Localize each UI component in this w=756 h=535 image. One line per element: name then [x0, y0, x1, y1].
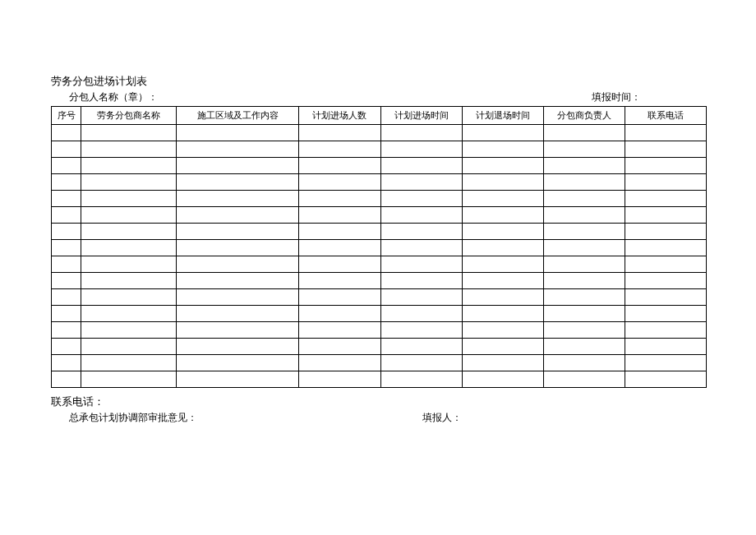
- table-cell: [176, 322, 299, 339]
- table-cell: [176, 289, 299, 306]
- table-cell: [299, 289, 380, 306]
- table-cell: [81, 240, 176, 256]
- table-cell: [299, 355, 380, 371]
- col-header-count: 计划进场人数: [299, 107, 380, 125]
- table-cell: [52, 273, 81, 289]
- table-cell: [462, 273, 543, 289]
- col-header-name: 劳务分包商名称: [81, 107, 176, 125]
- table-cell: [52, 207, 81, 224]
- table-cell: [625, 355, 706, 371]
- table-cell: [380, 191, 462, 207]
- table-cell: [543, 141, 625, 158]
- table-cell: [176, 158, 299, 174]
- table-cell: [299, 371, 380, 388]
- table-cell: [625, 224, 706, 240]
- table-cell: [81, 371, 176, 388]
- table-cell: [462, 339, 543, 355]
- table-row: [52, 256, 707, 273]
- table-cell: [299, 339, 380, 355]
- table-cell: [462, 240, 543, 256]
- table-cell: [380, 224, 462, 240]
- table-cell: [380, 355, 462, 371]
- table-cell: [380, 240, 462, 256]
- table-cell: [299, 224, 380, 240]
- table-cell: [176, 306, 299, 322]
- table-cell: [543, 289, 625, 306]
- table-cell: [380, 125, 462, 141]
- table-cell: [543, 256, 625, 273]
- table-cell: [52, 306, 81, 322]
- table-cell: [52, 125, 81, 141]
- table-cell: [625, 141, 706, 158]
- table-cell: [543, 322, 625, 339]
- table-cell: [380, 273, 462, 289]
- footer-row: 总承包计划协调部审批意见： 填报人：: [51, 411, 707, 425]
- table-cell: [176, 125, 299, 141]
- table-cell: [52, 289, 81, 306]
- table-row: [52, 141, 707, 158]
- table-cell: [176, 256, 299, 273]
- table-cell: [380, 306, 462, 322]
- table-row: [52, 289, 707, 306]
- table-cell: [462, 355, 543, 371]
- table-body: [52, 125, 707, 388]
- table-cell: [462, 125, 543, 141]
- table-cell: [462, 224, 543, 240]
- table-cell: [625, 174, 706, 191]
- table-cell: [625, 256, 706, 273]
- table-cell: [380, 339, 462, 355]
- table-row: [52, 207, 707, 224]
- table-cell: [176, 355, 299, 371]
- table-cell: [52, 191, 81, 207]
- table-cell: [81, 207, 176, 224]
- table-row: [52, 339, 707, 355]
- table-row: [52, 224, 707, 240]
- table-cell: [52, 224, 81, 240]
- table-cell: [299, 207, 380, 224]
- table-cell: [299, 306, 380, 322]
- table-cell: [380, 174, 462, 191]
- table-cell: [52, 322, 81, 339]
- header-row: 分包人名称（章）： 填报时间：: [51, 90, 707, 104]
- table-cell: [380, 371, 462, 388]
- table-header-row: 序号 劳务分包商名称 施工区域及工作内容 计划进场人数 计划进场时间 计划退场时…: [52, 107, 707, 125]
- table-cell: [380, 158, 462, 174]
- table-cell: [625, 207, 706, 224]
- table-cell: [625, 158, 706, 174]
- table-cell: [81, 224, 176, 240]
- table-cell: [52, 371, 81, 388]
- table-cell: [625, 289, 706, 306]
- table-cell: [52, 158, 81, 174]
- col-header-resp: 分包商负责人: [543, 107, 625, 125]
- table-cell: [81, 339, 176, 355]
- table-row: [52, 306, 707, 322]
- table-cell: [462, 322, 543, 339]
- table-cell: [543, 174, 625, 191]
- table-cell: [625, 240, 706, 256]
- reporter-label: 填报人：: [422, 411, 462, 425]
- table-cell: [543, 125, 625, 141]
- table-cell: [625, 273, 706, 289]
- table-cell: [52, 355, 81, 371]
- subcontractor-name-label: 分包人名称（章）：: [69, 90, 158, 104]
- table-cell: [625, 339, 706, 355]
- table-cell: [81, 125, 176, 141]
- table-cell: [543, 224, 625, 240]
- contact-phone-label: 联系电话：: [51, 394, 707, 409]
- table-cell: [462, 371, 543, 388]
- table-row: [52, 322, 707, 339]
- report-time-label: 填报时间：: [592, 90, 641, 104]
- table-cell: [81, 273, 176, 289]
- table-cell: [176, 191, 299, 207]
- table-row: [52, 371, 707, 388]
- table-cell: [81, 355, 176, 371]
- table-cell: [299, 240, 380, 256]
- table-cell: [299, 322, 380, 339]
- table-cell: [176, 339, 299, 355]
- table-cell: [462, 174, 543, 191]
- table-cell: [52, 174, 81, 191]
- table-cell: [299, 256, 380, 273]
- table-cell: [52, 141, 81, 158]
- col-header-exit: 计划退场时间: [462, 107, 543, 125]
- table-cell: [81, 158, 176, 174]
